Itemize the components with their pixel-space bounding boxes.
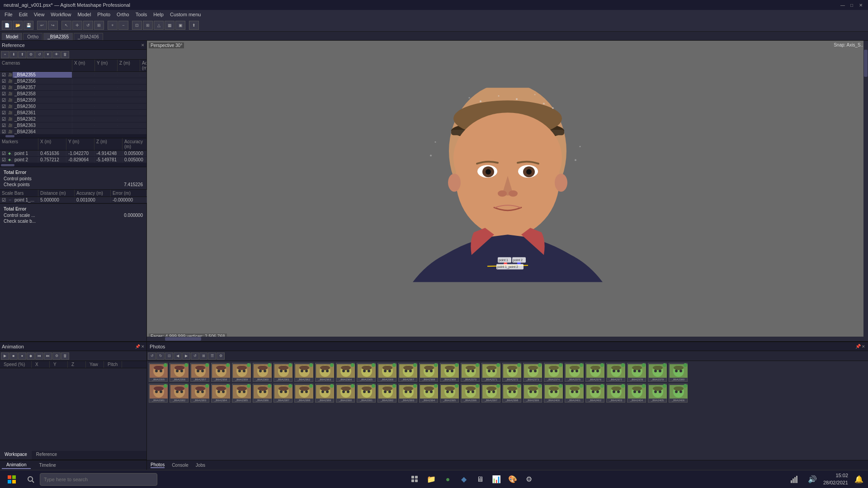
notification-btn[interactable]: 🔔 <box>852 472 866 487</box>
photo-thumb[interactable]: _B9A2359 <box>232 363 251 382</box>
menu-custom[interactable]: Custom menu <box>167 11 203 18</box>
photos-next-btn[interactable]: ▶ <box>182 352 190 360</box>
photo-thumb[interactable]: _B9A2403 <box>606 384 625 403</box>
marker-row-2[interactable]: ☑ ◆ point 2 0.757212 -0.829064 -5.149781… <box>0 157 146 163</box>
app3-btn[interactable]: 🎨 <box>505 472 520 487</box>
menu-help[interactable]: Help <box>151 11 166 18</box>
menu-view[interactable]: View <box>31 11 47 18</box>
tb-select[interactable]: ↖ <box>61 21 71 30</box>
photos-rotate-ccw-btn[interactable]: ↺ <box>148 352 156 360</box>
tab-console[interactable]: Console <box>172 463 189 468</box>
photo-thumb[interactable]: _B9A2374 <box>544 363 563 382</box>
tb-zoom-in[interactable]: + <box>108 21 118 30</box>
tb-dense[interactable]: ⊞ <box>143 21 153 30</box>
photo-thumb[interactable]: _B9A2378 <box>627 363 646 382</box>
anim-stop-btn[interactable]: ■ <box>9 352 18 360</box>
camera-row[interactable]: ☑ 🎥 _B9A2356 <box>0 78 146 84</box>
photo-thumb[interactable]: _B9A2364 <box>336 363 355 382</box>
photo-thumb[interactable]: _B9A2365 <box>357 363 376 382</box>
photo-thumb[interactable]: _B9A2371 <box>481 363 500 382</box>
photo-thumb[interactable]: _B9A2362 <box>294 363 313 382</box>
tb-mesh[interactable]: △ <box>154 21 164 30</box>
photo-thumb[interactable]: _B9A2379 <box>648 363 667 382</box>
camera-row[interactable]: ☑ 🎥 _B9A2359 <box>0 97 146 103</box>
photo-thumb[interactable]: _B9A2382 <box>170 384 189 403</box>
photo-thumb[interactable]: _B9A2391 <box>357 384 376 403</box>
ref-import-btn[interactable]: ⬇ <box>9 51 18 58</box>
photo-thumb[interactable]: _B9A2396 <box>461 384 480 403</box>
photo-thumb[interactable]: _B9A2355 <box>149 363 168 382</box>
photo-thumb[interactable]: _B9A2384 <box>211 384 230 403</box>
camera-row[interactable]: ☑ 🎥 _B9A2363 <box>0 122 146 129</box>
photo-thumb[interactable]: _B9A2385 <box>232 384 251 403</box>
photo-thumb[interactable]: _B9A2389 <box>315 384 334 403</box>
anim-delete-btn[interactable]: 🗑 <box>61 352 69 360</box>
tb-export[interactable]: ⬆ <box>189 21 199 30</box>
camera-row[interactable]: ☑ 🎥 _B9A2362 <box>0 116 146 122</box>
chrome-btn[interactable]: ● <box>440 472 455 487</box>
photo-thumb[interactable]: _B9A2405 <box>648 384 667 403</box>
tb-scale[interactable]: ⊞ <box>94 21 104 30</box>
viewport-scrollbar-v[interactable] <box>863 41 868 341</box>
menu-tools[interactable]: Tools <box>133 11 150 18</box>
photos-list-btn[interactable]: ☰ <box>208 352 216 360</box>
photo-thumb[interactable]: _B9A2387 <box>274 384 292 403</box>
photos-grid-btn[interactable]: ⊞ <box>199 352 208 360</box>
photo-thumb[interactable]: _B9A2361 <box>274 363 292 382</box>
photo-thumb[interactable]: _B9A2375 <box>565 363 584 382</box>
tab-ortho[interactable]: Ortho <box>23 33 42 40</box>
photo-thumb[interactable]: _B9A2390 <box>336 384 355 403</box>
restore-btn[interactable]: □ <box>848 1 855 9</box>
reference-tab[interactable]: Reference <box>32 451 61 460</box>
photo-thumb[interactable]: _B9A2368 <box>419 363 438 382</box>
marker-row-1[interactable]: ☑ ◆ point 1 0.451636 -1.042270 -4.914248… <box>0 150 146 157</box>
app1-btn[interactable]: 🖥 <box>473 472 487 487</box>
photo-thumb[interactable]: _B9A2397 <box>481 384 500 403</box>
workspace-tab[interactable]: Workspace <box>0 451 32 460</box>
start-btn[interactable] <box>2 470 22 488</box>
tab-model[interactable]: Model <box>2 33 22 40</box>
camera-row[interactable]: ☑ 🎥 _B9A2355 <box>0 72 146 78</box>
tb-zoom-out[interactable]: − <box>118 21 128 30</box>
photo-thumb[interactable]: _B9A2373 <box>523 363 542 382</box>
tb-open[interactable]: 📂 <box>13 21 23 30</box>
tb-texture[interactable]: ▦ <box>165 21 175 30</box>
photo-thumb[interactable]: _B9A2360 <box>253 363 272 382</box>
photo-thumb[interactable]: _B9A2372 <box>502 363 521 382</box>
camera-row[interactable]: ☑ 🎥 _B9A2360 <box>0 103 146 110</box>
photo-thumb[interactable]: _B9A2370 <box>461 363 480 382</box>
ref-delete-btn[interactable]: 🗑 <box>61 51 69 58</box>
tb-align[interactable]: ⊡ <box>132 21 142 30</box>
edge-btn[interactable]: ◆ <box>457 472 471 487</box>
ref-close-btn[interactable]: ✕ <box>141 43 145 47</box>
camera-row[interactable]: ☑ 🎥 _B9A2358 <box>0 91 146 97</box>
photos-pin-btn[interactable]: 📌 <box>855 344 861 349</box>
close-btn[interactable]: ✕ <box>857 1 864 9</box>
network-icon[interactable] <box>787 472 802 487</box>
viewport-scrollbar-v-thumb[interactable] <box>864 50 868 77</box>
menu-edit[interactable]: Edit <box>16 11 30 18</box>
viewport-scrollbar-h-thumb[interactable] <box>165 337 201 341</box>
photo-thumb[interactable]: _B9A2393 <box>398 384 417 403</box>
menu-workflow[interactable]: Workflow <box>48 11 74 18</box>
camera-row[interactable]: ☑ 🎥 _B9A2357 <box>0 84 146 91</box>
ref-add-btn[interactable]: + <box>1 51 9 58</box>
ref-settings-btn[interactable]: ⚙ <box>27 51 35 58</box>
photo-thumb[interactable]: _B9A2376 <box>585 363 604 382</box>
camera-row[interactable]: ☑ 🎥 _B9A2361 <box>0 110 146 116</box>
photo-thumb[interactable]: _B9A2369 <box>440 363 459 382</box>
tab-b9a2355[interactable]: _B9A2355 <box>43 33 73 40</box>
ref-update-btn[interactable]: ↺ <box>35 51 43 58</box>
photo-thumb[interactable]: _B9A2398 <box>502 384 521 403</box>
photo-thumb[interactable]: _B9A2366 <box>377 363 396 382</box>
menu-photo[interactable]: Photo <box>94 11 113 18</box>
photo-thumb[interactable]: _B9A2380 <box>669 363 688 382</box>
anim-settings-btn[interactable]: ⚙ <box>52 352 61 360</box>
tb-new[interactable]: 📄 <box>2 21 12 30</box>
photo-thumb[interactable]: _B9A2404 <box>627 384 646 403</box>
ref-filter-btn[interactable]: ▼ <box>44 51 52 58</box>
photo-thumb[interactable]: _B9A2357 <box>190 363 209 382</box>
photo-thumb[interactable]: _B9A2392 <box>377 384 396 403</box>
menu-file[interactable]: File <box>2 11 15 18</box>
photo-thumb[interactable]: _B9A2406 <box>669 384 688 403</box>
